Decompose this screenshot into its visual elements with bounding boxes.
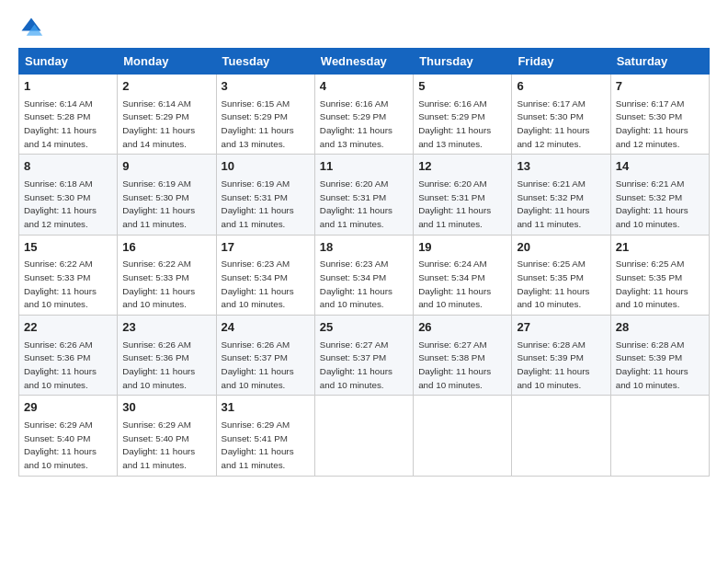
calendar-cell: 22 Sunrise: 6:26 AMSunset: 5:36 PMDaylig… (19, 316, 118, 396)
logo (18, 15, 48, 40)
calendar-cell: 11 Sunrise: 6:20 AMSunset: 5:31 PMDaylig… (314, 155, 413, 235)
day-number: 13 (517, 158, 605, 175)
day-number: 25 (320, 319, 408, 336)
day-number: 29 (24, 399, 112, 416)
calendar-cell: 12 Sunrise: 6:20 AMSunset: 5:31 PMDaylig… (414, 155, 512, 235)
calendar-table: SundayMondayTuesdayWednesdayThursdayFrid… (18, 48, 710, 477)
day-info: Sunrise: 6:14 AMSunset: 5:29 PMDaylight:… (122, 98, 195, 149)
day-number: 15 (24, 239, 112, 256)
calendar-cell: 15 Sunrise: 6:22 AMSunset: 5:33 PMDaylig… (19, 235, 118, 315)
day-number: 21 (616, 239, 704, 256)
day-info: Sunrise: 6:27 AMSunset: 5:37 PMDaylight:… (320, 339, 392, 390)
day-info: Sunrise: 6:23 AMSunset: 5:34 PMDaylight:… (222, 259, 294, 309)
day-number: 1 (24, 78, 112, 95)
calendar-cell: 31 Sunrise: 6:29 AMSunset: 5:41 PMDaylig… (216, 396, 314, 476)
calendar-cell: 23 Sunrise: 6:26 AMSunset: 5:36 PMDaylig… (118, 316, 216, 396)
calendar-day-header: Tuesday (216, 49, 314, 75)
day-info: Sunrise: 6:20 AMSunset: 5:31 PMDaylight:… (418, 178, 491, 229)
calendar-cell: 28 Sunrise: 6:28 AMSunset: 5:39 PMDaylig… (610, 316, 709, 396)
day-number: 7 (616, 78, 704, 95)
day-info: Sunrise: 6:19 AMSunset: 5:31 PMDaylight:… (222, 178, 294, 229)
day-number: 10 (222, 158, 310, 175)
calendar-cell: 6 Sunrise: 6:17 AMSunset: 5:30 PMDayligh… (512, 75, 610, 155)
calendar-cell: 21 Sunrise: 6:25 AMSunset: 5:35 PMDaylig… (610, 235, 709, 315)
calendar-cell: 5 Sunrise: 6:16 AMSunset: 5:29 PMDayligh… (414, 75, 512, 155)
day-number: 27 (517, 319, 605, 336)
logo-icon (18, 15, 44, 40)
calendar-cell: 7 Sunrise: 6:17 AMSunset: 5:30 PMDayligh… (610, 75, 709, 155)
day-info: Sunrise: 6:26 AMSunset: 5:37 PMDaylight:… (222, 339, 294, 390)
day-info: Sunrise: 6:25 AMSunset: 5:35 PMDaylight:… (616, 259, 688, 309)
day-number: 14 (616, 158, 704, 175)
calendar-week-row: 22 Sunrise: 6:26 AMSunset: 5:36 PMDaylig… (19, 316, 710, 396)
calendar-cell: 25 Sunrise: 6:27 AMSunset: 5:37 PMDaylig… (314, 316, 413, 396)
calendar-cell: 8 Sunrise: 6:18 AMSunset: 5:30 PMDayligh… (19, 155, 118, 235)
day-info: Sunrise: 6:28 AMSunset: 5:39 PMDaylight:… (616, 339, 688, 390)
calendar-cell: 26 Sunrise: 6:27 AMSunset: 5:38 PMDaylig… (414, 316, 512, 396)
calendar-cell: 27 Sunrise: 6:28 AMSunset: 5:39 PMDaylig… (512, 316, 610, 396)
calendar-header-row: SundayMondayTuesdayWednesdayThursdayFrid… (19, 49, 710, 75)
day-number: 11 (320, 158, 408, 175)
header (18, 15, 710, 40)
day-info: Sunrise: 6:26 AMSunset: 5:36 PMDaylight:… (122, 339, 195, 390)
day-info: Sunrise: 6:19 AMSunset: 5:30 PMDaylight:… (122, 178, 195, 229)
calendar-cell: 19 Sunrise: 6:24 AMSunset: 5:34 PMDaylig… (414, 235, 512, 315)
day-number: 17 (222, 239, 310, 256)
calendar-cell: 18 Sunrise: 6:23 AMSunset: 5:34 PMDaylig… (314, 235, 413, 315)
calendar-cell: 24 Sunrise: 6:26 AMSunset: 5:37 PMDaylig… (216, 316, 314, 396)
day-number: 6 (517, 78, 605, 95)
calendar-day-header: Friday (512, 49, 610, 75)
calendar-cell: 2 Sunrise: 6:14 AMSunset: 5:29 PMDayligh… (118, 75, 216, 155)
calendar-cell: 17 Sunrise: 6:23 AMSunset: 5:34 PMDaylig… (216, 235, 314, 315)
day-number: 12 (418, 158, 506, 175)
calendar-cell (314, 396, 413, 476)
day-number: 8 (24, 158, 112, 175)
calendar-cell: 1 Sunrise: 6:14 AMSunset: 5:28 PMDayligh… (19, 75, 118, 155)
day-info: Sunrise: 6:28 AMSunset: 5:39 PMDaylight:… (517, 339, 589, 390)
day-number: 5 (418, 78, 506, 95)
day-number: 31 (222, 399, 310, 416)
day-number: 26 (418, 319, 506, 336)
calendar-cell: 13 Sunrise: 6:21 AMSunset: 5:32 PMDaylig… (512, 155, 610, 235)
day-number: 19 (418, 239, 506, 256)
day-number: 16 (122, 239, 210, 256)
day-number: 28 (616, 319, 704, 336)
calendar-cell: 9 Sunrise: 6:19 AMSunset: 5:30 PMDayligh… (118, 155, 216, 235)
day-number: 2 (122, 78, 210, 95)
day-info: Sunrise: 6:27 AMSunset: 5:38 PMDaylight:… (418, 339, 491, 390)
calendar-day-header: Monday (118, 49, 216, 75)
calendar-cell (512, 396, 610, 476)
day-info: Sunrise: 6:22 AMSunset: 5:33 PMDaylight:… (24, 259, 97, 309)
day-info: Sunrise: 6:17 AMSunset: 5:30 PMDaylight:… (616, 98, 688, 149)
calendar-day-header: Thursday (414, 49, 512, 75)
day-info: Sunrise: 6:29 AMSunset: 5:41 PMDaylight:… (222, 419, 294, 470)
calendar-day-header: Saturday (610, 49, 709, 75)
calendar-cell: 16 Sunrise: 6:22 AMSunset: 5:33 PMDaylig… (118, 235, 216, 315)
calendar-cell: 29 Sunrise: 6:29 AMSunset: 5:40 PMDaylig… (19, 396, 118, 476)
day-number: 23 (122, 319, 210, 336)
calendar-week-row: 1 Sunrise: 6:14 AMSunset: 5:28 PMDayligh… (19, 75, 710, 155)
day-info: Sunrise: 6:15 AMSunset: 5:29 PMDaylight:… (222, 98, 294, 149)
day-info: Sunrise: 6:29 AMSunset: 5:40 PMDaylight:… (122, 419, 195, 470)
day-info: Sunrise: 6:22 AMSunset: 5:33 PMDaylight:… (122, 259, 195, 309)
day-info: Sunrise: 6:21 AMSunset: 5:32 PMDaylight:… (517, 178, 589, 229)
calendar-week-row: 15 Sunrise: 6:22 AMSunset: 5:33 PMDaylig… (19, 235, 710, 315)
day-info: Sunrise: 6:16 AMSunset: 5:29 PMDaylight:… (418, 98, 491, 149)
day-info: Sunrise: 6:21 AMSunset: 5:32 PMDaylight:… (616, 178, 688, 229)
calendar-cell: 10 Sunrise: 6:19 AMSunset: 5:31 PMDaylig… (216, 155, 314, 235)
day-info: Sunrise: 6:17 AMSunset: 5:30 PMDaylight:… (517, 98, 589, 149)
day-number: 24 (222, 319, 310, 336)
day-info: Sunrise: 6:24 AMSunset: 5:34 PMDaylight:… (418, 259, 491, 309)
calendar-cell (610, 396, 709, 476)
calendar-day-header: Wednesday (314, 49, 413, 75)
day-info: Sunrise: 6:18 AMSunset: 5:30 PMDaylight:… (24, 178, 97, 229)
calendar-cell (414, 396, 512, 476)
day-number: 3 (222, 78, 310, 95)
day-info: Sunrise: 6:23 AMSunset: 5:34 PMDaylight:… (320, 259, 392, 309)
calendar-cell: 20 Sunrise: 6:25 AMSunset: 5:35 PMDaylig… (512, 235, 610, 315)
day-number: 9 (122, 158, 210, 175)
day-number: 30 (122, 399, 210, 416)
day-number: 18 (320, 239, 408, 256)
day-info: Sunrise: 6:20 AMSunset: 5:31 PMDaylight:… (320, 178, 392, 229)
day-info: Sunrise: 6:16 AMSunset: 5:29 PMDaylight:… (320, 98, 392, 149)
